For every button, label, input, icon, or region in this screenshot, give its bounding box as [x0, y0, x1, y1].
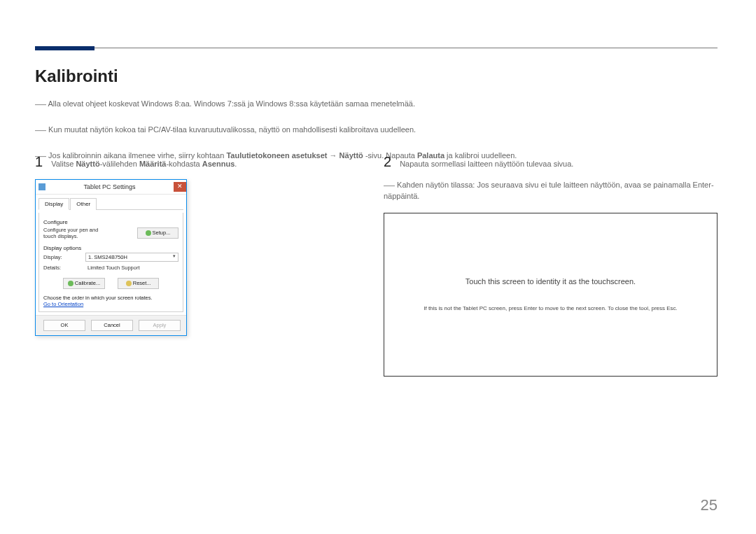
- calibrate-reset-row: Calibrate... Reset...: [43, 278, 178, 289]
- cancel-button[interactable]: Cancel: [91, 320, 133, 331]
- dialog-title: Tablet PC Settings: [46, 183, 174, 190]
- s1-b2: Määritä: [139, 160, 167, 168]
- configure-row: Configure your pen and touch displays. S…: [43, 227, 178, 239]
- details-label: Details:: [43, 265, 75, 271]
- page-title: Kalibrointi: [35, 66, 118, 86]
- dialog-footer: OK Cancel Apply: [36, 315, 186, 335]
- details-value: Limited Touch Support: [88, 265, 140, 271]
- apply-button[interactable]: Apply: [139, 320, 181, 331]
- tab-display[interactable]: Display: [38, 198, 69, 210]
- step-1-text: Valitse Näyttö-välilehden Määritä-kohdas…: [51, 158, 237, 171]
- s1-t2: -kohdasta: [166, 160, 202, 168]
- touch-prompt-box: Touch this screen to identity it as the …: [384, 213, 718, 377]
- intro-line-2: ― Kun muutat näytön kokoa tai PC/AV-tila…: [35, 120, 718, 141]
- intro-line-1: ― Alla olevat ohjeet koskevat Windows 8:…: [35, 94, 718, 115]
- dash-icon: ―: [384, 179, 395, 192]
- intro-text-2: Kun muutat näytön kokoa tai PC/AV-tilaa …: [48, 125, 416, 134]
- dialog-icon: [38, 183, 46, 190]
- s1-b3: Asennus: [202, 160, 234, 168]
- left-column: 1 Valitse Näyttö-välilehden Määritä-kohd…: [35, 154, 356, 377]
- step-2-text: Napauta sormellasi laitteen näyttöön tul…: [400, 158, 573, 171]
- configure-text: Configure your pen and touch displays.: [43, 227, 110, 239]
- right-column: 2 Napauta sormellasi laitteen näyttöön t…: [384, 154, 718, 377]
- touch-main-text: Touch this screen to identity it as the …: [465, 277, 636, 286]
- step-number-2: 2: [384, 154, 391, 170]
- header-rule: [35, 48, 718, 48]
- display-select-value: 1. SMS24B750H: [88, 254, 127, 260]
- dialog-tabs: Display Other: [38, 197, 183, 210]
- configure-label: Configure: [43, 219, 178, 225]
- s1-t1: -välilehden: [100, 160, 139, 168]
- details-row: Details: Limited Touch Support: [43, 265, 178, 271]
- reset-button[interactable]: Reset...: [118, 278, 159, 289]
- step-1: 1 Valitse Näyttö-välilehden Määritä-kohd…: [35, 154, 356, 171]
- dialog-titlebar: Tablet PC Settings ✕: [36, 180, 186, 195]
- s1-pre: Valitse: [51, 160, 76, 168]
- rotate-text: Choose the order in which your screen ro…: [43, 295, 178, 301]
- header-accent: [35, 46, 94, 50]
- intro-text-1: Alla olevat ohjeet koskevat Windows 8:aa…: [48, 99, 415, 108]
- setup-button[interactable]: Setup...: [137, 227, 178, 239]
- dialog-body: Display Other Configure Configure your p…: [36, 195, 186, 315]
- ok-button[interactable]: OK: [43, 320, 85, 331]
- s1-t3: .: [234, 160, 237, 168]
- note-line: ― Kahden näytön tilassa: Jos seuraava si…: [384, 179, 718, 200]
- dash-icon: ―: [35, 120, 46, 141]
- setup-icon: [146, 230, 151, 236]
- page-number: 25: [701, 496, 718, 514]
- note-text: Kahden näytön tilassa: Jos seuraava sivu…: [384, 181, 714, 200]
- orientation-link[interactable]: Go to Orientation: [43, 301, 178, 307]
- calibrate-button[interactable]: Calibrate...: [63, 278, 105, 289]
- calibrate-icon: [68, 281, 74, 286]
- display-label: Display:: [43, 254, 75, 260]
- columns: 1 Valitse Näyttö-välilehden Määritä-kohd…: [35, 154, 718, 377]
- touch-sub-text: If this is not the Tablet PC screen, pre…: [424, 305, 678, 311]
- display-select[interactable]: 1. SMS24B750H: [85, 253, 178, 262]
- setup-button-label: Setup...: [153, 229, 171, 237]
- display-row: Display: 1. SMS24B750H: [43, 253, 178, 262]
- step-2: 2 Napauta sormellasi laitteen näyttöön t…: [384, 154, 718, 171]
- step-number-1: 1: [35, 154, 43, 170]
- tab-other[interactable]: Other: [70, 198, 97, 210]
- dash-icon: ―: [35, 94, 46, 115]
- tablet-pc-settings-dialog: Tablet PC Settings ✕ Display Other Confi…: [35, 179, 187, 336]
- tab-content: Configure Configure your pen and touch d…: [38, 213, 183, 312]
- reset-icon: [126, 281, 132, 286]
- s1-b1: Näyttö: [76, 160, 99, 168]
- calibrate-button-label: Calibrate...: [75, 279, 100, 288]
- close-button[interactable]: ✕: [174, 182, 186, 192]
- reset-button-label: Reset...: [133, 279, 151, 288]
- display-options-label: Display options: [43, 245, 178, 251]
